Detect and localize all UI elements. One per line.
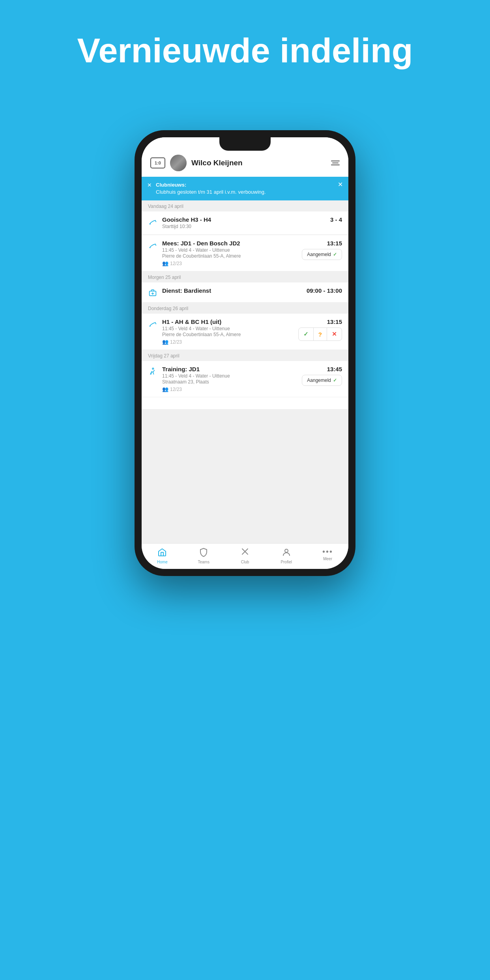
event-body-mees: Mees: JD1 - Den Bosch JD2 11:45 - Veld 4… [162, 240, 297, 266]
section-header-vandaag: Vandaag 24 april [142, 200, 348, 211]
event-right-training: 13:45 Aangemeld ✓ [302, 366, 342, 386]
filter-button[interactable] [331, 161, 340, 165]
nav-item-club[interactable]: Club [224, 544, 266, 569]
nav-label-club: Club [241, 560, 249, 564]
bottom-nav: Home Teams [142, 543, 348, 569]
person-icon [282, 548, 291, 559]
event-gooische[interactable]: Gooische H3 - H4 Starttijd 10:30 3 - 4 [142, 211, 348, 234]
event-body-bardienst: Dienst: Bardienst [162, 287, 302, 295]
nav-label-profiel: Profiel [281, 560, 292, 564]
section-header-donderdag: Donderdag 26 april [142, 303, 348, 314]
news-banner-content: Clubnieuws: Clubhuis gesloten t/m 31 apr… [156, 181, 334, 196]
page-headline: Vernieuwde indeling [0, 0, 490, 94]
event-time-bardienst: 09:00 - 13:00 [307, 287, 342, 294]
event-mees-jd1[interactable]: Mees: JD1 - Den Bosch JD2 11:45 - Veld 4… [142, 235, 348, 271]
svg-point-9 [285, 549, 288, 552]
event-location-training: Straatnaam 23, Plaats [162, 379, 297, 385]
more-icon: ••• [322, 548, 333, 555]
briefcase-icon [148, 288, 157, 297]
event-title-bardienst: Dienst: Bardienst [162, 287, 302, 294]
event-time-h1: 13:15 [327, 318, 342, 325]
event-title-mees: Mees: JD1 - Den Bosch JD2 [162, 240, 297, 247]
event-participants-h1: 👥 12/23 [162, 339, 294, 345]
event-body-gooische: Gooische H3 - H4 Starttijd 10:30 [162, 216, 325, 230]
rsvp-no-button[interactable]: ✕ [327, 328, 342, 340]
hockey-icon-2 [148, 241, 157, 250]
page-background: Vernieuwde indeling 1:0 Wilco Kleijnen [0, 0, 490, 980]
rsvp-buttons-h1: ✓ ? ✕ [298, 327, 342, 341]
svg-point-1 [150, 247, 151, 249]
event-subtitle-mees: 11:45 - Veld 4 - Water - Uittenue [162, 247, 297, 253]
event-location-mees: Pierre de Coubertinlaan 55-A, Almere [162, 253, 297, 259]
event-training-jd1[interactable]: Training: JD1 11:45 - Veld 4 - Water - U… [142, 361, 348, 397]
hockey-icon-3 [148, 319, 157, 329]
section-morgen: Morgen 25 april Dienst: Ba [142, 271, 348, 302]
event-time-training: 13:45 [327, 366, 342, 372]
event-subtitle-training: 11:45 - Veld 4 - Water - Uittenue [162, 373, 297, 379]
event-bardienst[interactable]: Dienst: Bardienst 09:00 - 13:00 [142, 282, 348, 302]
shield-icon [199, 548, 208, 559]
event-right-bardienst: 09:00 - 13:00 [307, 287, 342, 294]
event-title-gooische: Gooische H3 - H4 [162, 216, 325, 223]
event-time-mees: 13:15 [327, 240, 342, 247]
svg-point-6 [152, 368, 153, 369]
event-location-h1: Pierre de Coubertinlaan 55-A, Almere [162, 332, 294, 337]
section-header-vrijdag: Vrijdag 27 april [142, 350, 348, 361]
svg-point-0 [150, 224, 151, 225]
user-name: Wilco Kleijnen [191, 159, 326, 167]
nav-label-teams: Teams [198, 560, 209, 564]
section-vandaag: Vandaag 24 april Gooische [142, 200, 348, 271]
event-title-training: Training: JD1 [162, 366, 297, 372]
schedule-list: Vandaag 24 april Gooische [142, 200, 348, 543]
participants-icon-training: 👥 [162, 386, 168, 392]
rsvp-maybe-button[interactable]: ? [314, 328, 327, 340]
aangemeld-button-training[interactable]: Aangemeld ✓ [302, 375, 342, 386]
event-body-training: Training: JD1 11:45 - Veld 4 - Water - U… [162, 366, 297, 392]
news-banner: ✕ Clubnieuws: Clubhuis gesloten t/m 31 a… [142, 177, 348, 200]
rsvp-yes-button[interactable]: ✓ [299, 328, 313, 340]
home-icon [157, 548, 167, 559]
section-vrijdag: Vrijdag 27 april Training: [142, 350, 348, 409]
hockey-stick-icon [240, 548, 250, 559]
avatar [170, 155, 187, 171]
event-title-h1: H1 - AH & BC H1 (uit) [162, 318, 294, 325]
section-header-morgen: Morgen 25 april [142, 271, 348, 282]
nav-item-home[interactable]: Home [142, 544, 183, 569]
news-banner-close-button[interactable]: ✕ [338, 181, 343, 188]
event-participants-mees: 👥 12/23 [162, 260, 297, 266]
event-h1-ahbc[interactable]: H1 - AH & BC H1 (uit) 11:45 - Veld 4 - W… [142, 314, 348, 350]
phone-shell: 1:0 Wilco Kleijnen ✕ Clubnieuws: [135, 130, 355, 576]
event-right-gooische: 3 - 4 [330, 216, 342, 223]
nav-item-teams[interactable]: Teams [183, 544, 224, 569]
aangemeld-button-mees[interactable]: Aangemeld ✓ [302, 249, 342, 260]
event-score-gooische: 3 - 4 [330, 216, 342, 223]
event-subtitle-h1: 11:45 - Veld 4 - Water - Uittenue [162, 326, 294, 331]
news-banner-x-icon: ✕ [147, 182, 152, 188]
event-right-h1: 13:15 ✓ ? ✕ [298, 318, 342, 341]
event-subtitle-gooische: Starttijd 10:30 [162, 224, 325, 229]
news-banner-message: Clubhuis gesloten t/m 31 april i.v.m. ve… [156, 189, 266, 195]
running-icon [148, 367, 157, 376]
svg-point-5 [150, 326, 151, 327]
event-participants-training: 👥 12/23 [162, 386, 297, 392]
nav-label-home: Home [157, 560, 168, 564]
hockey-icon [148, 217, 157, 226]
phone-screen: 1:0 Wilco Kleijnen ✕ Clubnieuws: [142, 137, 348, 569]
event-right-mees: 13:15 Aangemeld ✓ [302, 240, 342, 260]
news-banner-title: Clubnieuws: [156, 182, 186, 188]
score-icon: 1:0 [150, 157, 165, 168]
nav-label-meer: Meer [323, 557, 332, 561]
event-body-h1: H1 - AH & BC H1 (uit) 11:45 - Veld 4 - W… [162, 318, 294, 345]
participants-icon-h1: 👥 [162, 339, 168, 345]
nav-item-profiel[interactable]: Profiel [266, 544, 307, 569]
phone-notch [219, 137, 271, 151]
participants-icon: 👥 [162, 260, 168, 266]
section-donderdag: Donderdag 26 april H1 - AH & BC H1 (uit) [142, 303, 348, 350]
nav-item-meer[interactable]: ••• Meer [307, 544, 348, 569]
